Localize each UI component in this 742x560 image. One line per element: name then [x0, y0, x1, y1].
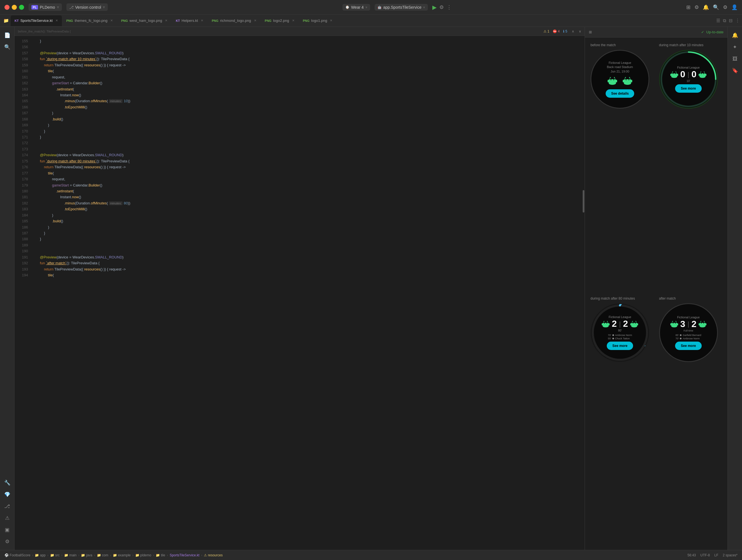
svg-point-45	[606, 323, 607, 323]
tab-label-themes: themes_fc_logo.png	[75, 18, 108, 23]
right-sidebar: 🔔 ✦ 🖼 🔖	[728, 27, 742, 550]
watch-minute-10: 10'	[687, 80, 690, 83]
tab-close-icon-4[interactable]: ✕	[201, 19, 203, 22]
svg-point-34	[703, 73, 704, 74]
goal-dot-80-2	[613, 338, 614, 339]
search-icon[interactable]: 🔍	[713, 4, 719, 10]
code-line-180: .setInstant(	[36, 188, 582, 194]
warning-badge: ⚠ 1	[543, 30, 549, 33]
score-home-80: 2	[612, 319, 617, 329]
run-button[interactable]: ▶	[432, 4, 436, 11]
svg-point-17	[629, 77, 630, 78]
android-icon-after-left	[670, 320, 678, 328]
up-to-date-check-icon: ✓	[701, 30, 704, 34]
scorer-row-after-2: 70' Ambrose Norm	[676, 337, 701, 340]
close-button[interactable]	[4, 5, 9, 10]
see-more-button-after[interactable]: See more	[675, 342, 701, 350]
sidebar-search-icon[interactable]: 🔍	[2, 42, 12, 52]
code-area: 155156157158159 160161162163164 16516616…	[14, 36, 585, 550]
file-tree-button[interactable]: 📁	[2, 17, 10, 24]
sidebar-warning-icon[interactable]: ⚠	[2, 513, 12, 523]
svg-point-59	[635, 321, 636, 321]
tab-more-icon[interactable]: ⋮	[735, 18, 740, 23]
toolbar-icon[interactable]: ⊞	[686, 4, 690, 10]
sidebar-design-icon[interactable]: 💎	[2, 490, 12, 500]
svg-rect-60	[630, 323, 631, 325]
watch-face-before: Fictional League Back road Stadium Jun 2…	[590, 50, 649, 109]
tab-close-icon-2[interactable]: ✕	[110, 19, 113, 22]
tab-richmond-logo[interactable]: PNG richmond_logo.png ✕	[208, 15, 260, 26]
right-sidebar-bookmark-icon[interactable]: 🔖	[730, 65, 740, 75]
svg-rect-19	[631, 80, 632, 82]
settings-icon[interactable]: ⚙	[723, 4, 728, 10]
score-away-80: 2	[623, 319, 628, 329]
path-sep-2: ›	[47, 553, 48, 557]
scorer-name-after-2: Ambrose Norm	[683, 337, 700, 340]
tab-logo1[interactable]: PNG logo1.png ✕	[299, 15, 336, 26]
svg-point-48	[604, 321, 604, 321]
svg-point-38	[704, 71, 704, 72]
service-selector[interactable]: 🤖 app.SportsTileService ▾	[375, 4, 428, 11]
unfold-icon[interactable]: ∨	[579, 30, 581, 33]
code-line-184: )	[36, 212, 582, 218]
svg-rect-63	[671, 323, 677, 326]
debug-button[interactable]: ⚙	[439, 4, 444, 10]
more-options-button[interactable]: ⋮	[446, 4, 452, 10]
fold-icon[interactable]: ∧	[572, 30, 574, 33]
code-line-175: fun `during match after 80 minutes`(): T…	[36, 158, 582, 164]
preview-label-after: after match	[659, 297, 676, 300]
app-name-section[interactable]: PL PLDemo ▾	[29, 3, 62, 11]
svg-rect-18	[623, 80, 624, 82]
preview-grid-icon[interactable]: ⊞	[589, 30, 592, 34]
preview-toolbar-right: ✓ Up-to-date	[701, 30, 724, 34]
sidebar-file-icon[interactable]: 📄	[2, 30, 12, 40]
plugins-icon[interactable]: ⚙	[694, 4, 699, 10]
right-sidebar-notifications-icon[interactable]: 🔔	[730, 30, 740, 40]
maximize-button[interactable]	[19, 5, 24, 10]
android-icon-80-left	[602, 320, 610, 328]
scorer-name-80-2: Chuck Tatton	[615, 337, 630, 340]
version-control-section[interactable]: ⎇ Version control ▾	[66, 3, 108, 11]
path-file: SportsTileService.kt	[170, 553, 199, 557]
score-div-10: |	[687, 70, 689, 79]
path-pldemo: 📁 pldemo	[135, 553, 152, 557]
sidebar-tool-icon[interactable]: 🔧	[2, 478, 12, 488]
split-vertical-icon[interactable]: ⧉	[723, 18, 726, 23]
svg-point-23	[673, 73, 673, 74]
minimize-button[interactable]	[12, 5, 17, 10]
watch-face-during80: Fictional League	[590, 303, 649, 362]
code-line-186: )	[36, 224, 582, 230]
svg-point-79	[704, 321, 704, 321]
see-details-button[interactable]: See details	[605, 89, 634, 98]
wear-selector[interactable]: ⌚ Wear 4 ▾	[342, 4, 370, 11]
tab-close-icon[interactable]: ✕	[55, 19, 58, 22]
tab-sports-tile-service[interactable]: KT SportsTileService.kt ✕	[11, 15, 62, 26]
tab-close-icon-5[interactable]: ✕	[254, 19, 257, 22]
scrollbar[interactable]	[582, 36, 585, 550]
tab-west-ham-logo[interactable]: PNG west_ham_logo.png ✕	[117, 15, 171, 26]
split-horizontal-icon[interactable]: ⊟	[729, 18, 733, 23]
right-sidebar-ai-icon[interactable]: ✦	[730, 42, 740, 52]
tab-close-icon-3[interactable]: ✕	[165, 19, 167, 22]
svg-rect-32	[700, 73, 705, 77]
path-main: 📁 main	[64, 553, 76, 557]
notifications-icon[interactable]: 🔔	[703, 4, 709, 10]
status-position: 56:43	[687, 553, 696, 557]
code-line-190	[36, 248, 582, 254]
scrollbar-thumb[interactable]	[583, 190, 584, 212]
sidebar-git-icon[interactable]: ⎇	[2, 501, 12, 511]
tab-helpers[interactable]: KT Helpers.kt ✕	[172, 15, 207, 26]
tab-list-icon[interactable]: ☰	[716, 18, 720, 23]
tab-close-icon-6[interactable]: ✕	[292, 19, 295, 22]
tab-logo2[interactable]: PNG logo2.png ✕	[261, 15, 299, 26]
tabbar: 📁 KT SportsTileService.kt ✕ PNG themes_f…	[0, 14, 742, 27]
sidebar-settings-icon[interactable]: ⚙	[2, 537, 12, 547]
account-icon[interactable]: 👤	[731, 4, 738, 10]
right-sidebar-preview-icon[interactable]: 🖼	[730, 54, 740, 64]
tab-themes-fc-logo[interactable]: PNG themes_fc_logo.png ✕	[62, 15, 117, 26]
watch-score-after: 3 | 2	[670, 319, 707, 329]
sidebar-terminal-icon[interactable]: ▣	[2, 525, 12, 535]
code-line-168: .build()	[36, 116, 582, 122]
statusbar-path: ⚽ FootballScore › 📁 app › 📁 src › 📁 main…	[4, 553, 684, 557]
tab-close-icon-7[interactable]: ✕	[330, 19, 332, 22]
